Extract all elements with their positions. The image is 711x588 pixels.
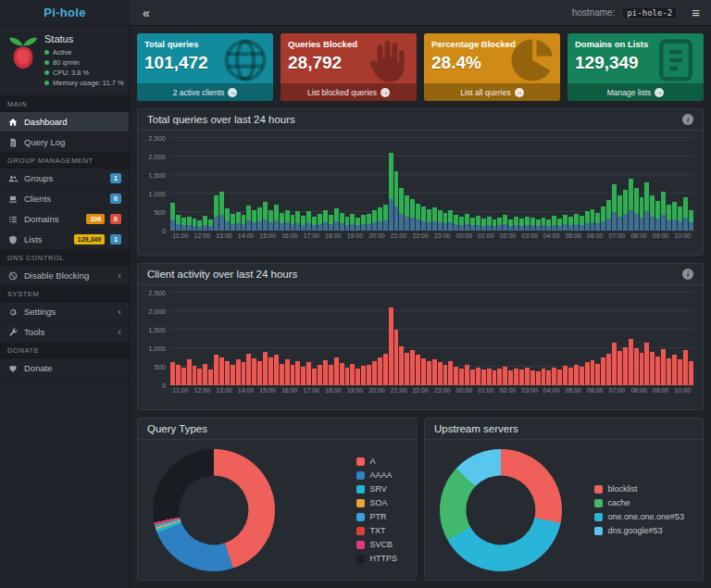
card-title: Total queries [144,39,266,49]
bar [263,352,268,385]
legend-item-txt[interactable]: TXT [356,526,397,535]
sidebar-item-tools[interactable]: Tools‹ [0,322,129,343]
sidebar-item-groups[interactable]: Groups1 [0,169,129,189]
sidebar-item-settings[interactable]: Settings‹ [0,302,129,322]
legend-item-one-one-one-one-53[interactable]: one.one.one.one#53 [594,512,684,521]
bar-segment-client [655,357,660,385]
sidebar-item-query-log[interactable]: Query Log [0,132,129,153]
bar [552,368,556,385]
x-tick-label: 09:00 [650,232,672,244]
total-queries-panel: Total queries over last 24 hours i 05001… [137,108,704,256]
sidebar-item-lists[interactable]: Lists129,3491 [0,230,129,250]
x-tick-label: 12:00 [192,232,214,244]
legend-item-ptr[interactable]: PTR [356,512,397,521]
upstream-servers-donut-chart[interactable] [440,449,562,571]
chart-body: 05001,0001,5002,0002,500 11:0012:0013:00… [138,285,703,409]
card-footer-link[interactable]: List blocked queries→ [281,83,417,101]
bar-segment-permitted [655,201,660,219]
info-icon[interactable]: i [682,269,693,280]
bar [612,184,617,231]
legend-item-a[interactable]: A [356,457,397,466]
bar [519,219,524,231]
x-axis-labels: 11:0012:0013:0014:0015:0016:0017:0018:00… [169,232,693,244]
card-footer-link[interactable]: List all queries→ [424,83,560,101]
info-icon[interactable]: i [682,114,693,125]
bar [410,350,415,385]
x-tick-label: 08:00 [628,387,650,399]
shield-icon [7,235,19,244]
query-types-panel: Query Types AAAAASRVSOAPTRTXTSVCBHTTPS [137,418,417,581]
x-tick-label: 14:00 [235,387,257,399]
bar-segment-permitted [246,206,251,220]
legend-item-aaaa[interactable]: AAAA [356,470,397,480]
bar-segment-permitted [257,207,262,221]
legend-marker [356,513,365,521]
bar [580,216,584,231]
bar [214,195,218,231]
bar-segment-cached [530,225,535,231]
legend-item-cache[interactable]: cache [594,498,684,507]
topbar-nav: « hostname: pi-hole-2 ≡ [130,0,711,25]
legend-item-soa[interactable]: SOA [356,498,397,507]
bar [350,214,355,231]
bar-segment-cached [356,225,360,231]
legend-item-blocklist[interactable]: blocklist [594,484,684,494]
bar [661,349,666,385]
card-footer-link[interactable]: Manage lists→ [568,83,704,101]
bar-segment-cached [574,224,579,231]
arrow-circle-right-icon: → [228,88,237,97]
legend-label: SOA [369,498,387,507]
legend-item-https[interactable]: HTTPS [356,554,397,563]
bar-segment-client [225,361,230,385]
bar [530,218,535,231]
bar-segment-permitted [225,208,230,221]
bar-segment-cached [350,224,355,231]
legend-item-svcb[interactable]: SVCB [356,540,397,549]
x-tick-label: 20:00 [366,232,388,244]
bar [585,211,590,231]
status-dot-icon [44,60,49,65]
query-types-donut-chart[interactable] [153,449,275,571]
bar [574,365,579,385]
bar-segment-permitted [318,214,322,224]
legend-item-srv[interactable]: SRV [356,484,397,494]
bar-segment-client [454,367,458,385]
sidebar-item-clients[interactable]: Clients0 [0,189,129,209]
bar-segment-permitted [280,213,284,224]
bar [568,368,573,385]
hamburger-menu-icon[interactable]: ≡ [684,6,702,19]
legend-item-dns-google-53[interactable]: dns.google#53 [594,526,684,535]
legend-label: SRV [369,484,386,494]
bar [432,207,437,231]
bar-segment-client [268,357,273,385]
bar [306,362,311,385]
bar-segment-permitted [340,213,344,224]
client-activity-chart[interactable] [169,293,693,385]
bar-segment-permitted [683,197,688,218]
card-footer-link[interactable]: 2 active clients→ [137,83,273,101]
bar [542,218,546,231]
bar [378,207,382,231]
bar-segment-cached [301,225,306,231]
bar-segment-client [481,369,486,385]
sidebar-item-dashboard[interactable]: Dashboard [0,112,129,132]
bar [640,197,644,231]
x-tick-label: 19:00 [344,387,367,399]
y-tick-label: 1,500 [148,326,166,333]
arrow-circle-right-icon: → [655,88,664,97]
sidebar-item-domains[interactable]: Domains1060 [0,209,129,230]
sidebar-collapse-button[interactable]: « [139,6,154,19]
bar-segment-cached [378,221,382,231]
bar [389,153,393,231]
total-queries-chart[interactable] [169,138,693,231]
bar-segment-cached [236,223,241,231]
legend-label: A [369,457,375,466]
sidebar-item-disable-blocking[interactable]: Disable Blocking‹ [0,266,129,286]
bar-segment-cached [634,214,639,231]
bar-segment-client [557,369,562,385]
x-tick-label: 00:00 [454,387,476,399]
brand-link[interactable]: Pi-hole [0,0,130,25]
laptop-icon [7,194,19,204]
sidebar-item-donate[interactable]: Donate [0,358,129,379]
chevron-left-icon: ‹ [118,270,121,281]
